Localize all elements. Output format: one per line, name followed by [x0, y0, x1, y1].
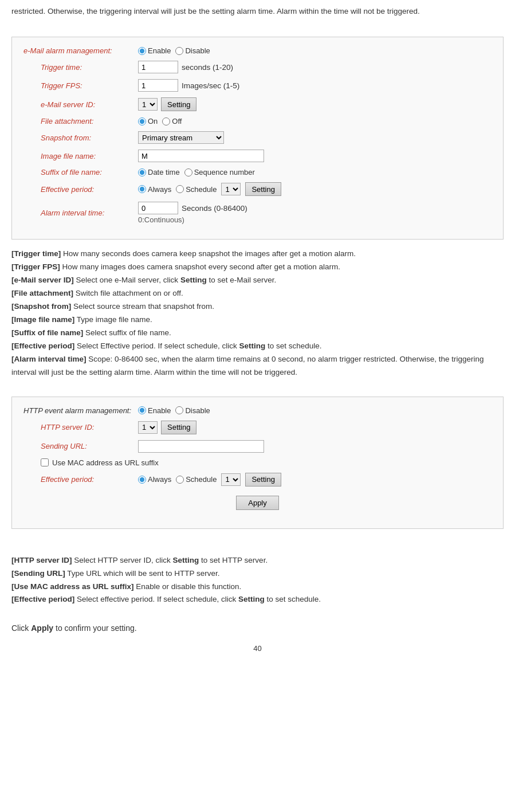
email-server-id-control: 1 2 3 Setting [138, 97, 196, 111]
trigger-fps-label: Trigger FPS: [23, 81, 138, 90]
file-attachment-row: File attachment: On Off [23, 117, 492, 125]
http-section-title: HTTP event alarm management: [23, 406, 138, 415]
email-enable-radio[interactable] [138, 47, 146, 55]
http-server-id-control: 1 2 3 Setting [138, 421, 196, 434]
http-disable-label[interactable]: Disable [175, 406, 210, 415]
email-server-setting-button[interactable]: Setting [161, 97, 196, 111]
suffix-sequence-radio[interactable] [184, 168, 192, 176]
file-attachment-control: On Off [138, 117, 182, 125]
alarm-interval-control: Seconds (0-86400) 0:Continuous) [138, 202, 247, 224]
desc-trigger-fps: [Trigger FPS] How many images does camer… [11, 261, 504, 274]
alarm-interval-row: Alarm interval time: Seconds (0-86400) 0… [23, 202, 492, 224]
http-effective-schedule-radio[interactable] [176, 476, 184, 484]
mac-address-checkbox[interactable] [41, 458, 49, 466]
email-enable-row: e-Mail alarm management: Enable Disable [23, 46, 492, 55]
trigger-fps-control: Images/sec (1-5) [138, 79, 239, 92]
http-disable-radio[interactable] [175, 406, 183, 414]
trigger-time-input[interactable] [138, 61, 178, 73]
file-attachment-label: File attachment: [23, 117, 138, 125]
http-server-id-label: HTTP server ID: [23, 423, 138, 432]
effective-schedule-select[interactable]: 1 2 3 [221, 183, 241, 195]
effective-setting-button[interactable]: Setting [245, 182, 281, 196]
http-server-id-row: HTTP server ID: 1 2 3 Setting [23, 421, 492, 434]
http-enable-row: HTTP event alarm management: Enable Disa… [23, 406, 492, 415]
alarm-interval-input[interactable] [138, 202, 178, 214]
email-server-id-select[interactable]: 1 2 3 [138, 98, 158, 111]
intro-paragraph: restricted. Otherwise, the triggering in… [11, 6, 504, 17]
suffix-datetime-label[interactable]: Date time [138, 168, 180, 176]
trigger-time-suffix: seconds (1-20) [182, 63, 233, 72]
sending-url-input[interactable] [138, 440, 264, 453]
image-file-name-row: Image file name: [23, 150, 492, 162]
email-disable-label[interactable]: Disable [175, 46, 210, 55]
desc-snapshot-from: [Snapshot from] Select source stream tha… [11, 300, 504, 313]
http-alarm-section: HTTP event alarm management: Enable Disa… [11, 397, 504, 529]
http-server-id-select[interactable]: 1 2 3 [138, 421, 158, 434]
http-effective-always-label[interactable]: Always [138, 475, 171, 484]
alarm-interval-note: 0:Continuous) [138, 215, 247, 224]
desc-file-attachment: [File attachment] Switch file attachment… [11, 287, 504, 300]
effective-always-label[interactable]: Always [138, 185, 171, 194]
http-effective-schedule-label[interactable]: Schedule [176, 475, 217, 484]
desc-suffix-file-name: [Suffix of file name] Select suffix of f… [11, 327, 504, 340]
email-server-id-row: e-Mail server ID: 1 2 3 Setting [23, 97, 492, 111]
image-file-name-input[interactable] [138, 150, 264, 162]
email-descriptions: [Trigger time] How many seconds does cam… [11, 248, 504, 379]
desc-trigger-time: [Trigger time] How many seconds does cam… [11, 248, 504, 261]
http-effective-schedule-select[interactable]: 1 2 3 [221, 473, 241, 486]
desc-http-effective-period: [Effective period] Select effective peri… [11, 593, 504, 606]
http-effective-setting-button[interactable]: Setting [245, 473, 281, 487]
trigger-time-label: Trigger time: [23, 63, 138, 72]
file-attachment-off-radio[interactable] [162, 117, 170, 125]
suffix-sequence-label[interactable]: Sequence number [184, 168, 255, 176]
alarm-interval-label: Alarm interval time: [23, 209, 138, 217]
snapshot-from-label: Snapshot from: [23, 134, 138, 142]
http-effective-always-radio[interactable] [138, 476, 146, 484]
email-section-title: e-Mail alarm management: [23, 46, 138, 55]
suffix-datetime-radio[interactable] [138, 168, 146, 176]
effective-always-radio[interactable] [138, 185, 146, 193]
http-enable-radio[interactable] [138, 406, 146, 414]
image-file-name-label: Image file name: [23, 152, 138, 160]
http-descriptions: [HTTP server ID] Select HTTP server ID, … [11, 554, 504, 607]
email-enable-disable[interactable]: Enable Disable [138, 46, 210, 55]
sending-url-label: Sending URL: [23, 442, 138, 450]
file-attachment-off-label[interactable]: Off [162, 117, 182, 125]
page-number: 40 [11, 644, 504, 653]
http-effective-label: Effective period: [23, 475, 138, 484]
desc-sending-url: [Sending URL] Type URL which will be sen… [11, 567, 504, 580]
effective-period-label: Effective period: [23, 185, 138, 194]
snapshot-from-row: Snapshot from: Primary stream Secondary … [23, 131, 492, 144]
http-effective-control: Always Schedule 1 2 3 Setting [138, 473, 281, 487]
effective-schedule-label[interactable]: Schedule [176, 185, 217, 194]
desc-http-server-id: [HTTP server ID] Select HTTP server ID, … [11, 554, 504, 567]
apply-button[interactable]: Apply [236, 496, 279, 510]
http-enable-disable[interactable]: Enable Disable [138, 406, 210, 415]
desc-alarm-interval: [Alarm interval time] Scope: 0-86400 sec… [11, 353, 504, 379]
snapshot-from-control: Primary stream Secondary stream [138, 131, 224, 144]
trigger-fps-input[interactable] [138, 79, 178, 92]
sending-url-control [138, 440, 264, 453]
mac-address-label: Use MAC address as URL suffix [52, 458, 159, 467]
trigger-fps-suffix: Images/sec (1-5) [182, 81, 239, 90]
email-enable-label[interactable]: Enable [138, 46, 171, 55]
email-alarm-section: e-Mail alarm management: Enable Disable … [11, 37, 504, 240]
file-attachment-on-radio[interactable] [138, 117, 146, 125]
suffix-file-name-label: Suffix of file name: [23, 168, 138, 176]
desc-image-file-name: [Image file name] Type image file name. [11, 313, 504, 327]
http-server-setting-button[interactable]: Setting [161, 421, 196, 434]
trigger-fps-row: Trigger FPS: Images/sec (1-5) [23, 79, 492, 92]
snapshot-from-select[interactable]: Primary stream Secondary stream [138, 131, 224, 144]
desc-mac-address: [Use MAC address as URL suffix] Enable o… [11, 580, 504, 594]
sending-url-row: Sending URL: [23, 440, 492, 453]
http-effective-period-row: Effective period: Always Schedule 1 2 3 … [23, 473, 492, 487]
apply-row: Apply [23, 496, 492, 510]
desc-email-server-id: [e-Mail server ID] Select one e-Mail ser… [11, 274, 504, 287]
effective-schedule-radio[interactable] [176, 185, 184, 193]
email-disable-radio[interactable] [175, 47, 183, 55]
file-attachment-on-label[interactable]: On [138, 117, 158, 125]
image-file-name-control [138, 150, 264, 162]
mac-address-row: Use MAC address as URL suffix [23, 458, 492, 467]
http-enable-label[interactable]: Enable [138, 406, 171, 415]
trigger-time-row: Trigger time: seconds (1-20) [23, 61, 492, 73]
